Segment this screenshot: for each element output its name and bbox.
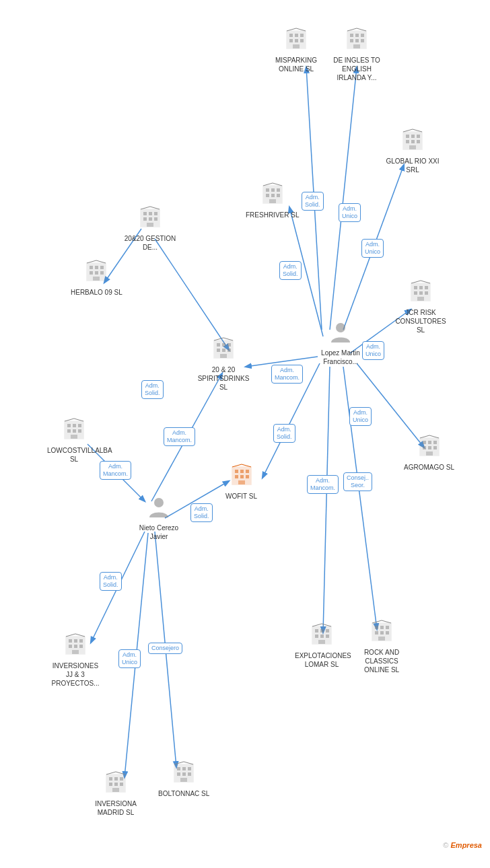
- node-rock-classics[interactable]: ROCK AND CLASSICS ONLINE SL: [355, 619, 409, 674]
- svg-rect-43: [411, 140, 415, 143]
- footer-brand: Empresa: [451, 841, 482, 849]
- building-icon-boltonnac: [172, 760, 196, 788]
- node-inversiona-madrid[interactable]: INVERSIONA MADRID SL: [89, 770, 143, 817]
- node-wofit[interactable]: WOFIT SL: [225, 463, 257, 501]
- svg-point-129: [154, 498, 164, 507]
- svg-rect-60: [419, 286, 423, 289]
- node-nieto[interactable]: Nieto Cerezo Javier: [132, 495, 186, 541]
- svg-rect-72: [90, 271, 93, 275]
- svg-rect-136: [79, 645, 83, 648]
- svg-rect-112: [246, 470, 249, 473]
- node-global-rio[interactable]: GLOBAL RIO XXI SRL: [386, 128, 440, 174]
- node-misparking[interactable]: MISPARKING ONLINE SL: [269, 27, 323, 73]
- svg-rect-173: [120, 777, 123, 781]
- building-icon-inversiones: [63, 632, 88, 660]
- building-icon-explotaciones: [310, 622, 334, 650]
- diagram-container: MISPARKING ONLINE SL DE INGLES TO ENGLIS…: [0, 0, 490, 855]
- svg-rect-61: [425, 286, 428, 289]
- svg-rect-144: [315, 635, 318, 638]
- svg-rect-52: [266, 194, 269, 197]
- building-icon-herbalo: [84, 259, 108, 287]
- building-icon-wofit: [230, 463, 254, 491]
- svg-rect-101: [73, 424, 76, 427]
- svg-rect-111: [240, 470, 244, 473]
- node-spirits20[interactable]: 20 & 20 SPIRITSDRINKS SL: [197, 336, 250, 392]
- badge-adm-solid-3: Adm.Solid.: [273, 424, 295, 443]
- svg-rect-151: [375, 626, 378, 629]
- node-boltonnac[interactable]: BOLTONNAC SL: [158, 760, 209, 798]
- svg-rect-143: [326, 629, 329, 632]
- label-global-rio: GLOBAL RIO XXI SRL: [386, 157, 440, 174]
- svg-rect-49: [266, 188, 269, 192]
- svg-rect-161: [177, 767, 180, 770]
- svg-rect-34: [361, 39, 364, 42]
- svg-rect-92: [217, 349, 220, 352]
- node-inversiones[interactable]: INVERSIONES JJ & 3 PROYECTOS...: [48, 632, 102, 688]
- footer-copyright: ©: [443, 841, 448, 849]
- svg-line-8: [323, 367, 330, 632]
- footer: © Empresa: [443, 841, 482, 849]
- building-icon-inversiona-madrid: [104, 770, 128, 798]
- building-icon-jcr-risk: [409, 279, 433, 307]
- svg-rect-69: [90, 266, 93, 269]
- label-explotaciones: EXPLOTACIONES LOMAR SL: [295, 651, 349, 669]
- label-de-ingles: DE INGLES TO ENGLISH IRLANDA Y...: [330, 56, 384, 82]
- svg-rect-155: [380, 631, 384, 635]
- label-lowcost: LOWCOSTVILLALBA SL: [47, 446, 101, 464]
- svg-rect-122: [433, 441, 437, 444]
- node-agromago[interactable]: AGROMAGO SL: [404, 434, 454, 472]
- svg-rect-63: [419, 291, 423, 295]
- svg-rect-95: [220, 354, 227, 358]
- svg-rect-115: [246, 475, 249, 478]
- svg-rect-152: [380, 626, 384, 629]
- badge-adm-solid-nieto-inv: Adm.Solid.: [100, 572, 122, 591]
- badge-adm-unico-4: Adm.Unico: [349, 407, 372, 426]
- svg-rect-25: [293, 44, 300, 48]
- svg-rect-167: [180, 778, 187, 782]
- svg-rect-121: [428, 441, 431, 444]
- building-icon-rock-classics: [370, 619, 394, 647]
- svg-rect-125: [433, 446, 437, 449]
- svg-rect-176: [120, 783, 123, 786]
- node-gestion20[interactable]: 20&20 GESTION DE...: [123, 205, 177, 252]
- svg-rect-124: [428, 446, 431, 449]
- building-icon-misparking: [284, 27, 308, 55]
- svg-line-9: [343, 367, 377, 629]
- label-agromago: AGROMAGO SL: [404, 463, 454, 472]
- label-jcr-risk: JCR RISK CONSULTORES SL: [394, 308, 448, 334]
- svg-rect-21: [300, 34, 304, 37]
- svg-rect-133: [79, 639, 83, 643]
- badge-adm-solid-gestion: Adm.Solid.: [141, 380, 164, 399]
- svg-rect-163: [188, 767, 191, 770]
- node-freshriver[interactable]: FRESHRIVER SL: [246, 182, 299, 219]
- node-lopez[interactable]: Lopez Martin Francisco...: [314, 320, 368, 366]
- svg-rect-74: [100, 271, 104, 275]
- svg-rect-93: [222, 349, 225, 352]
- svg-rect-154: [375, 631, 378, 635]
- node-lowcost[interactable]: LOWCOSTVILLALBA SL: [47, 417, 101, 464]
- node-jcr-risk[interactable]: JCR RISK CONSULTORES SL: [394, 279, 448, 334]
- badge-adm-mancom-nieto-spirits: Adm.Mancom.: [164, 427, 195, 446]
- svg-rect-104: [73, 429, 76, 433]
- svg-rect-90: [222, 343, 225, 347]
- svg-rect-174: [109, 783, 112, 786]
- svg-rect-156: [386, 631, 389, 635]
- svg-rect-42: [406, 140, 409, 143]
- svg-rect-75: [93, 277, 100, 281]
- svg-rect-81: [154, 212, 158, 215]
- node-explotaciones[interactable]: EXPLOTACIONES LOMAR SL: [295, 622, 349, 669]
- svg-rect-41: [417, 135, 420, 138]
- label-wofit: WOFIT SL: [225, 492, 257, 501]
- svg-rect-55: [269, 199, 276, 203]
- svg-rect-177: [112, 788, 119, 792]
- badge-adm-mancom-2: Adm.Mancom.: [307, 475, 339, 494]
- svg-rect-103: [67, 429, 71, 433]
- label-herbalo: HERBALO 09 SL: [71, 288, 123, 297]
- node-herbalo[interactable]: HERBALO 09 SL: [71, 259, 123, 297]
- svg-rect-105: [78, 429, 81, 433]
- label-rock-classics: ROCK AND CLASSICS ONLINE SL: [355, 648, 409, 674]
- svg-rect-137: [72, 650, 79, 654]
- node-de-ingles[interactable]: DE INGLES TO ENGLISH IRLANDA Y...: [330, 27, 384, 82]
- badge-adm-mancom-1: Adm.Mancom.: [271, 365, 303, 384]
- svg-rect-54: [277, 194, 280, 197]
